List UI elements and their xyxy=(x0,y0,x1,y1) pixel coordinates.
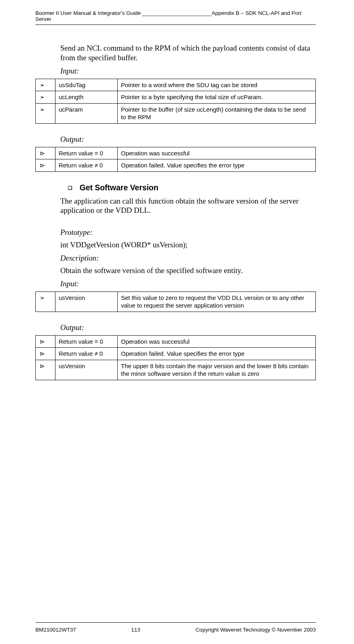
footer-center: 113 xyxy=(131,627,141,633)
param-name: Return value = 0 xyxy=(55,335,118,348)
description-label: Description: xyxy=(60,254,316,263)
input-label-2: Input: xyxy=(60,279,316,288)
section-paragraph: The application can call this function o… xyxy=(60,196,316,216)
page-footer: BM210012WT37 113 Copyright Wavenet Techn… xyxy=(35,622,316,633)
table-row: ➢ usSduTag Pointer to a word where the S… xyxy=(36,79,316,91)
input-table-2: ➢ usVersion Set this value to zero to re… xyxy=(35,291,316,312)
arrow-icon: ➢ xyxy=(36,103,55,123)
table-row: ⊳ Return value ≠ 0 Operation failed. Val… xyxy=(36,159,316,172)
prototype-label: Prototype: xyxy=(60,228,316,237)
param-desc: Operation failed. Value specifies the er… xyxy=(118,159,316,172)
table-row: ➢ usVersion Set this value to zero to re… xyxy=(36,291,316,312)
page-header: Boomer II User Manual & Integrator's Gui… xyxy=(35,10,316,22)
input-table-1: ➢ usSduTag Pointer to a word where the S… xyxy=(35,79,316,124)
table-row: ⊳ Return value = 0 Operation was success… xyxy=(36,147,316,159)
param-name: usVersion xyxy=(55,360,118,380)
arrow-icon: ⊳ xyxy=(36,147,55,159)
param-desc: Pointer to a word where the SDU tag can … xyxy=(118,79,316,91)
table-row: ➢ ucParam Pointer to the buffer (of size… xyxy=(36,103,316,123)
header-left: Boomer II User Manual & Integrator's Gui… xyxy=(35,10,316,22)
param-desc: Pointer to the buffer (of size ucLength)… xyxy=(118,103,316,123)
output-label-2: Output: xyxy=(60,323,316,332)
param-name: ucLength xyxy=(55,91,118,104)
param-name: Return value = 0 xyxy=(55,147,118,159)
table-row: ⊳ Return value = 0 Operation was success… xyxy=(36,335,316,348)
param-name: usSduTag xyxy=(55,79,118,91)
arrow-icon: ➢ xyxy=(36,91,55,104)
table-row: ➢ ucLength Pointer to a byte specifying … xyxy=(36,91,316,104)
arrow-icon: ⊳ xyxy=(36,348,55,360)
section-heading: ❑Get Software Version xyxy=(60,183,316,192)
param-desc: Operation was successful xyxy=(118,147,316,159)
output-label: Output: xyxy=(60,135,316,144)
param-name: Return value ≠ 0 xyxy=(55,348,118,360)
output-table-1: ⊳ Return value = 0 Operation was success… xyxy=(35,147,316,172)
table-row: ⊳ Return value ≠ 0 Operation failed. Val… xyxy=(36,348,316,360)
param-desc: The upper 8 bits contain the major versi… xyxy=(118,360,316,380)
intro-paragraph: Send an NCL command to the RPM of which … xyxy=(60,43,316,63)
param-name: ucParam xyxy=(55,103,118,123)
arrow-icon: ⊳ xyxy=(36,335,55,348)
footer-rule xyxy=(35,622,316,623)
param-desc: Operation failed. Value specifies the er… xyxy=(118,348,316,360)
prototype-text: int VDDgetVersion (WORD* usVersion); xyxy=(60,240,316,250)
input-label: Input: xyxy=(60,67,316,75)
section-title: Get Software Version xyxy=(80,183,158,192)
description-text: Obtain the software version of the speci… xyxy=(60,266,316,275)
table-row: ⊳ usVersion The upper 8 bits contain the… xyxy=(36,360,316,380)
arrow-icon: ➢ xyxy=(36,79,55,91)
param-desc: Pointer to a byte specifying the total s… xyxy=(118,91,316,104)
footer-left: BM210012WT37 xyxy=(35,627,76,633)
arrow-icon: ⊳ xyxy=(36,360,55,380)
param-name: Return value ≠ 0 xyxy=(55,159,118,172)
arrow-icon: ⊳ xyxy=(36,159,55,172)
arrow-icon: ➢ xyxy=(36,291,55,312)
bullet-icon: ❑ xyxy=(60,185,80,191)
header-rule xyxy=(35,24,316,25)
param-name: usVersion xyxy=(55,291,118,312)
footer-right: Copyright Wavenet Technology © November … xyxy=(195,627,316,633)
param-desc: Operation was successful xyxy=(118,335,316,348)
output-table-2: ⊳ Return value = 0 Operation was success… xyxy=(35,335,316,380)
param-desc: Set this value to zero to request the VD… xyxy=(118,291,316,312)
